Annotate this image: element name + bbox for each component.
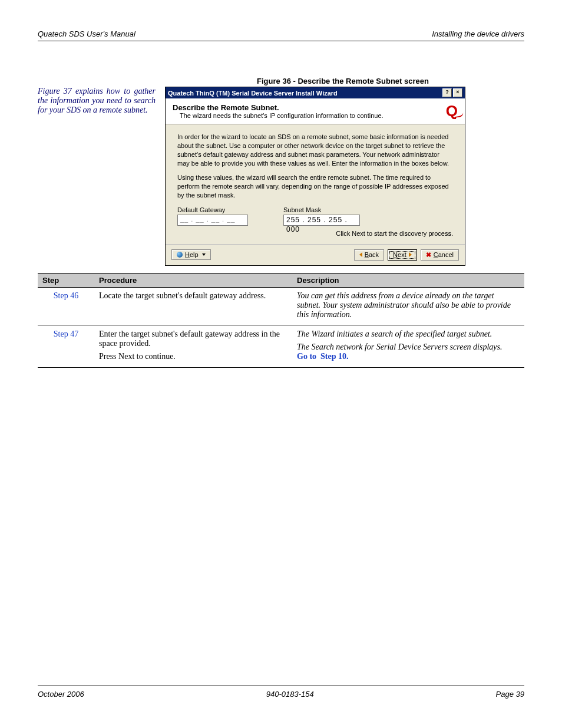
subnet-mask-label: Subnet Mask xyxy=(283,206,360,215)
wizard-subheading: The wizard needs the subnet's IP configu… xyxy=(180,112,446,119)
cancel-button[interactable]: ✖ Cancel xyxy=(421,249,459,261)
wizard-footer: Help Back Next ✖ Cancel xyxy=(166,244,465,265)
quatech-logo-icon: Q xyxy=(446,103,458,119)
col-description: Description xyxy=(292,273,524,287)
footer-pagenum: Page 39 xyxy=(496,690,524,699)
help-button[interactable]: Help xyxy=(171,249,211,260)
help-button-label: elp xyxy=(190,251,199,258)
wizard-body: In order for the wizard to locate an SDS… xyxy=(166,124,465,244)
wizard-paragraph-2: Using these values, the wizard will sear… xyxy=(177,173,453,200)
default-gateway-input[interactable]: __ . __ . __ . __ xyxy=(177,215,248,226)
procedure-table: Step Procedure Description Step 46 Locat… xyxy=(38,273,524,368)
table-row: Step 47 Enter the target subnet's defaul… xyxy=(38,325,524,367)
footer-date: October 2006 xyxy=(38,690,84,699)
col-step: Step xyxy=(38,273,94,287)
description-cell: The Wizard initiates a search of the spe… xyxy=(292,325,524,367)
subnet-mask-input[interactable]: 255 . 255 . 255 . 000 xyxy=(283,215,360,226)
titlebar-help-button[interactable]: ? xyxy=(442,88,452,97)
header-left: Quatech SDS User's Manual xyxy=(38,29,135,38)
arrow-right-icon xyxy=(409,252,412,257)
side-margin-note: Figure 37 explains how to gather the inf… xyxy=(38,87,165,115)
goto-step-link[interactable]: Go to ­ Step 10. xyxy=(297,352,520,361)
page-footer: October 2006 940-0183-154 Page 39 xyxy=(38,686,524,699)
step-link[interactable]: Step 46 xyxy=(54,291,78,300)
col-procedure: Procedure xyxy=(94,273,292,287)
titlebar-close-button[interactable]: × xyxy=(453,88,462,97)
wizard-titlebar: Quatech ThinQ (TM) Serial Device Server … xyxy=(166,87,465,98)
step-link[interactable]: Step 47 xyxy=(54,330,78,338)
description-cell: You can get this address from a device a… xyxy=(292,287,524,325)
default-gateway-label: Default Gateway xyxy=(177,206,248,215)
back-button[interactable]: Back xyxy=(354,249,384,261)
discovery-tip: Click Next to start the discovery proces… xyxy=(177,229,453,238)
procedure-cell: Locate the target subnet's default gatew… xyxy=(94,287,292,325)
figure-caption: Figure 36 - Describe the Remote Subnet s… xyxy=(161,77,524,85)
next-button[interactable]: Next xyxy=(388,249,417,261)
wizard-dialog: Quatech ThinQ (TM) Serial Device Server … xyxy=(165,87,465,266)
chevron-down-icon xyxy=(202,253,206,256)
page-header: Quatech SDS User's Manual Installing the… xyxy=(38,29,524,41)
cancel-x-icon: ✖ xyxy=(426,251,431,259)
wizard-title: Quatech ThinQ (TM) Serial Device Server … xyxy=(168,90,338,97)
wizard-paragraph-1: In order for the wizard to locate an SDS… xyxy=(177,133,453,167)
arrow-left-icon xyxy=(359,252,362,257)
help-icon xyxy=(177,252,183,258)
header-right: Installing the device drivers xyxy=(432,29,524,38)
wizard-heading: Describe the Remote Subnet. xyxy=(173,103,446,112)
footer-docnum: 940-0183-154 xyxy=(266,690,314,699)
table-row: Step 46 Locate the target subnet's defau… xyxy=(38,287,524,325)
procedure-cell: Enter the target subnet's default gatewa… xyxy=(94,325,292,367)
wizard-header-area: Describe the Remote Subnet. The wizard n… xyxy=(166,98,465,124)
